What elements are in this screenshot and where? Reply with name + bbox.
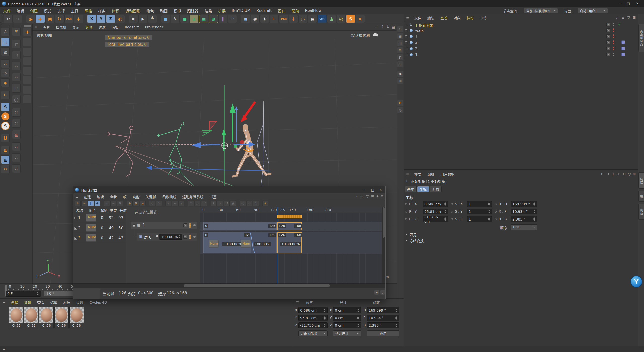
strip-icon-6[interactable]: ◉ xyxy=(397,71,403,77)
clip-row-name[interactable]: 2 xyxy=(78,226,81,230)
tab-content-browser[interactable]: 内容浏览器 xyxy=(638,24,644,52)
snap-3d-icon[interactable]: S xyxy=(1,112,10,121)
maximize-button[interactable]: □ xyxy=(625,1,632,6)
strip-icon-4[interactable]: ◧ xyxy=(397,54,403,60)
magnet-icon[interactable]: U xyxy=(1,134,10,142)
object-row-walk[interactable]: walk xyxy=(415,28,424,33)
anim-dot[interactable] xyxy=(451,218,453,220)
ease-out-icon[interactable]: ◡ xyxy=(194,201,200,206)
rp-field[interactable]: 10.934 ° xyxy=(511,209,537,214)
solo-dots-icon[interactable] xyxy=(189,235,191,239)
ffd-cage-button[interactable]: ▦ xyxy=(199,15,208,23)
palette-grip-3[interactable] xyxy=(24,25,31,27)
filter-icon[interactable]: ▽ xyxy=(366,194,369,198)
material-name[interactable]: Ch36 xyxy=(55,323,68,328)
interp-down-icon[interactable]: ∨ xyxy=(178,201,184,206)
dot-bottom[interactable] xyxy=(613,49,614,50)
menu-mesh[interactable]: 网格 xyxy=(82,8,95,13)
point-dots-icon[interactable]: ∷ xyxy=(12,108,21,117)
mat-menu-material[interactable]: 材质 xyxy=(60,300,73,305)
strip-icon-0[interactable]: ∷ xyxy=(397,26,403,32)
add-ramp-icon[interactable]: ⊿ xyxy=(140,201,146,206)
up-icon[interactable]: ↑ xyxy=(612,172,615,176)
material-item[interactable]: Ch36 xyxy=(39,307,54,328)
dot-top[interactable] xyxy=(613,23,614,24)
render-picture-viewer-button[interactable]: ▶ xyxy=(138,15,147,23)
menu-redshift[interactable]: Redshift xyxy=(253,8,275,13)
px-field[interactable]: 0.686 cm xyxy=(423,201,448,207)
menu-spline[interactable]: 样条 xyxy=(95,8,109,13)
attr-section-title[interactable]: 坐标 xyxy=(406,195,413,200)
menu-animate[interactable]: 动画 xyxy=(157,8,171,13)
anim-dot[interactable] xyxy=(495,203,497,205)
mat-menu-edit[interactable]: 编辑 xyxy=(21,300,34,305)
menu-realflow[interactable]: RealFlow xyxy=(302,8,325,13)
object-row-t[interactable]: T xyxy=(415,34,417,39)
visibility-editor-toggle[interactable]: ✎ xyxy=(606,23,610,26)
subdivision-surface-button[interactable]: ● xyxy=(180,15,189,23)
om-menu-tag[interactable]: 标签 xyxy=(464,15,477,20)
record-fcurve-icon[interactable]: ∿ xyxy=(81,201,87,206)
sx-field[interactable]: 1 xyxy=(467,201,492,207)
menu-create[interactable]: 创建 xyxy=(27,8,41,13)
tl-menu-motionclip[interactable]: 运动剪辑系统 xyxy=(179,194,207,199)
menu-extensions[interactable]: 扩展 xyxy=(215,8,229,13)
burger-icon[interactable]: ≡ xyxy=(73,195,81,199)
key-zero-icon[interactable]: 0 xyxy=(156,201,162,206)
character-button[interactable]: ♟ xyxy=(327,15,336,23)
folder-name[interactable]: 1 xyxy=(143,223,145,227)
coordinate-system-button[interactable]: ◐ xyxy=(116,15,125,23)
spline-circle-button[interactable]: ◌ xyxy=(298,15,307,23)
vp-nav-pan-icon[interactable]: + xyxy=(375,25,379,29)
region-icon[interactable]: { xyxy=(104,201,110,206)
col-pic[interactable]: 图片 xyxy=(89,208,96,213)
tl-menu-edit[interactable]: 编辑 xyxy=(94,194,107,199)
material-item[interactable]: Ch36 xyxy=(69,307,84,328)
burger-icon[interactable]: ≡ xyxy=(296,300,299,304)
burger-icon[interactable]: ≡ xyxy=(0,300,8,304)
mat-menu-select[interactable]: 选择 xyxy=(47,300,60,305)
pos-y-field[interactable]: 95.81 cm xyxy=(298,315,328,321)
filter-icon[interactable]: ▽ xyxy=(627,15,630,19)
mat-menu-view[interactable]: 查看 xyxy=(34,300,47,305)
strip-icon-2[interactable]: ◫ xyxy=(397,40,403,46)
tl-menu-function[interactable]: 功能 xyxy=(130,194,143,199)
close-button[interactable]: ✕ xyxy=(634,1,641,6)
point-mode-icon[interactable]: ∷ xyxy=(1,59,10,68)
vp-menu-camera[interactable]: 摄像机 xyxy=(53,25,69,30)
floor-button[interactable]: ▦ xyxy=(241,15,250,23)
menu-insydium[interactable]: INSYDIUM xyxy=(229,8,253,13)
om-menu-view[interactable]: 查看 xyxy=(437,15,451,20)
lock-icon[interactable]: ⊙ xyxy=(623,172,626,176)
tl-layout-button[interactable]: ▽ xyxy=(380,290,385,295)
vp-menu-options[interactable]: 选项 xyxy=(83,25,96,30)
loop-range-cap[interactable] xyxy=(301,215,302,218)
vp-nav-toggle-icon[interactable]: ▦ xyxy=(392,25,395,29)
dot-bottom[interactable] xyxy=(613,37,614,38)
panel-icon[interactable]: ⊞ xyxy=(371,194,374,198)
dot-top[interactable] xyxy=(613,53,614,54)
scale-button[interactable]: ▣ xyxy=(45,15,54,23)
material-item[interactable]: Ch36 xyxy=(54,307,69,328)
anim-dot[interactable] xyxy=(495,211,497,213)
tl-menu-key[interactable]: 关键帧 xyxy=(143,194,159,199)
interp-up-icon[interactable]: ∧ xyxy=(165,201,171,206)
key-diamond-icon[interactable]: ◇ xyxy=(149,201,155,206)
back-icon[interactable]: ← xyxy=(601,172,604,176)
anim-dot[interactable] xyxy=(405,218,407,220)
undo-button[interactable]: ↶ xyxy=(4,15,13,23)
qr-code-button[interactable]: QR xyxy=(317,15,327,23)
tab-attributes[interactable]: 属性 xyxy=(638,172,644,189)
one-icon[interactable]: 1 xyxy=(253,201,259,206)
clip-row-name[interactable]: 3 xyxy=(78,236,81,240)
panel-icon[interactable]: ⊞ xyxy=(633,15,636,19)
menu-tracker[interactable]: 跟踪器 xyxy=(184,8,202,13)
tab-layers[interactable]: 层 xyxy=(638,191,644,202)
autokey-icon[interactable]: ⊙ xyxy=(94,201,100,206)
psr-button[interactable]: PSR xyxy=(64,15,73,23)
strip-icon-3[interactable]: ▤ xyxy=(397,47,403,53)
attr-menu-userdata[interactable]: 用户数据 xyxy=(437,172,458,177)
anim-dot[interactable] xyxy=(405,203,407,205)
col-end[interactable]: 结束 xyxy=(110,208,117,213)
grid-array-button[interactable]: ▦ xyxy=(308,15,317,23)
